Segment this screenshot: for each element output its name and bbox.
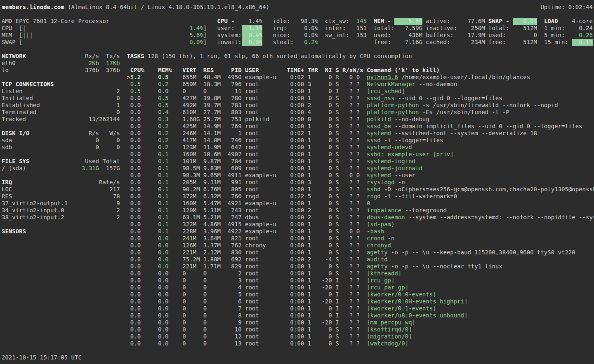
nice-value: 0 <box>328 333 332 340</box>
mem-percent: 0.1 <box>158 165 168 172</box>
io-write-rate: ? <box>356 214 360 221</box>
virtual-memory: 160M <box>182 151 196 158</box>
cpu-percent: 0.0 <box>130 109 141 116</box>
text-segment: inter: <box>325 25 346 32</box>
io-write-rate: ? <box>356 81 360 88</box>
user: root <box>245 291 259 298</box>
user: root <box>245 319 259 326</box>
io-read-rate: ? <box>349 340 353 347</box>
cpu-time: 0:00 <box>290 319 304 326</box>
cpu-idle: 98.3% <box>301 18 318 25</box>
io-write-rate: ? <box>356 298 360 305</box>
cpu-time: 0:00 <box>290 291 304 298</box>
cpu-ctx-switches: 145 <box>356 18 367 25</box>
cpu-time: 0:00 <box>290 172 304 179</box>
text-segment: free: <box>488 39 506 46</box>
resident-memory: 6.32M <box>203 193 221 200</box>
nice-value: 0 <box>328 221 332 228</box>
interface-name: eth0 <box>2 60 16 67</box>
virtual-memory: 427M <box>182 95 196 102</box>
command-name: [rcu_sched] <box>367 88 405 95</box>
cpu-percent: 0.0 <box>130 102 141 109</box>
pid: 4907 <box>228 151 242 158</box>
cpu-percent: 0.0 <box>130 270 141 277</box>
user: rngd <box>245 193 259 200</box>
io-read-rate: ? <box>349 81 353 88</box>
nice-value: 0 <box>328 95 332 102</box>
mem-percent: 0.0 <box>158 284 168 291</box>
stats-line-2: CPU[|1.4%]user: 1.1%irq:0.0%inter:151tot… <box>0 25 594 32</box>
user: root <box>245 277 259 284</box>
resident-memory: 39.8M <box>203 95 221 102</box>
user: root <box>245 333 259 340</box>
command-args: -n <box>398 179 405 186</box>
resident-memory: 1.88M <box>203 256 221 263</box>
mem-percent: 0.0 <box>158 326 168 333</box>
cpu-time: 0:00 <box>290 144 304 151</box>
mem-percent: 0.1 <box>158 172 168 179</box>
cpu-time: 0:00 <box>290 214 304 221</box>
pid: 805 <box>231 186 241 193</box>
user: root <box>245 165 259 172</box>
mem-active: 77.6M <box>467 18 485 25</box>
user: root <box>245 207 259 214</box>
resident-memory: 1.71M <box>203 263 221 270</box>
clock-timestamp: 2021-10-15 15:17:05 UTC <box>2 354 82 361</box>
resident-memory: 14.1M <box>203 130 221 137</box>
process-state: S <box>335 200 339 207</box>
user: root <box>245 305 259 312</box>
user: root <box>245 158 259 165</box>
resident-memory: 0 <box>203 284 207 291</box>
mem-percent: 0.0 <box>158 291 168 298</box>
virtual-memory: 1.68G <box>182 116 200 123</box>
process-row: 0.00.075.2M1.88M692root0:002-4S??auditd <box>0 256 594 263</box>
thread-count: 1 <box>308 151 311 158</box>
nice-value: 0 <box>328 130 332 137</box>
cpu-percent: 0.0 <box>130 319 141 326</box>
io-read-rate: ? <box>349 200 353 207</box>
thread-count: 1 <box>308 165 311 172</box>
mem-percent: 0.5 <box>158 95 168 102</box>
cpu-percent: 0.0 <box>130 179 141 186</box>
text-segment: system: <box>217 32 242 39</box>
network-row-lo-and-process-header: lo376b376bCPU% MEM%VIRTRESPIDUSERTIME+TH… <box>0 67 594 74</box>
user: root <box>245 312 259 319</box>
cpu-percent: 0.5 <box>130 81 141 88</box>
resident-memory: 9.11M <box>203 179 221 186</box>
cpu-irq: 0.0% <box>304 25 318 32</box>
command-name: systemd <box>367 130 391 137</box>
io-read-rate: ? <box>349 326 353 333</box>
pid: 991 <box>231 179 241 186</box>
column-header-rs: R/s <box>342 67 353 74</box>
command-name: irqbalance <box>367 207 401 214</box>
io-write-rate: ? <box>356 179 360 186</box>
nice-value: 0 <box>328 242 332 249</box>
resident-memory: 14.9M <box>203 123 221 130</box>
nice-value: 0 <box>328 235 332 242</box>
command-name: agetty <box>367 249 388 256</box>
cpu-time: 0:00 <box>290 137 304 144</box>
thread-count: 1 <box>308 263 311 270</box>
text-segment: total: <box>488 25 509 32</box>
io-write-rate: ? <box>356 116 360 123</box>
column-header-thr: THR <box>308 67 318 74</box>
command-name: [ksoftirqd/0] <box>367 326 412 333</box>
process-state: S <box>335 102 339 109</box>
nice-value: 0 <box>328 207 332 214</box>
column-header-user: USER <box>245 67 259 74</box>
process-row: 0.50.2659M18.3M796root0:0030S??NetworkMa… <box>0 81 594 88</box>
swap-gauge-value: 0.0% <box>189 39 203 46</box>
pid: 746 <box>231 137 241 144</box>
pid: 1 <box>238 130 241 137</box>
io-read-rate: ? <box>349 312 353 319</box>
resident-memory: 40.4M <box>203 74 221 81</box>
nice-value: 0 <box>328 102 332 109</box>
virtual-memory: 425M <box>182 123 196 130</box>
cpu-percent: 0.0 <box>130 242 141 249</box>
lo-tx: 376b <box>106 67 120 74</box>
pid: 4 <box>238 284 241 291</box>
process-state: I <box>335 291 339 298</box>
pid: 829 <box>231 263 241 270</box>
resident-memory: 27.7M <box>203 109 221 116</box>
command-args: --switched-root --system --deserialize 1… <box>394 130 537 137</box>
